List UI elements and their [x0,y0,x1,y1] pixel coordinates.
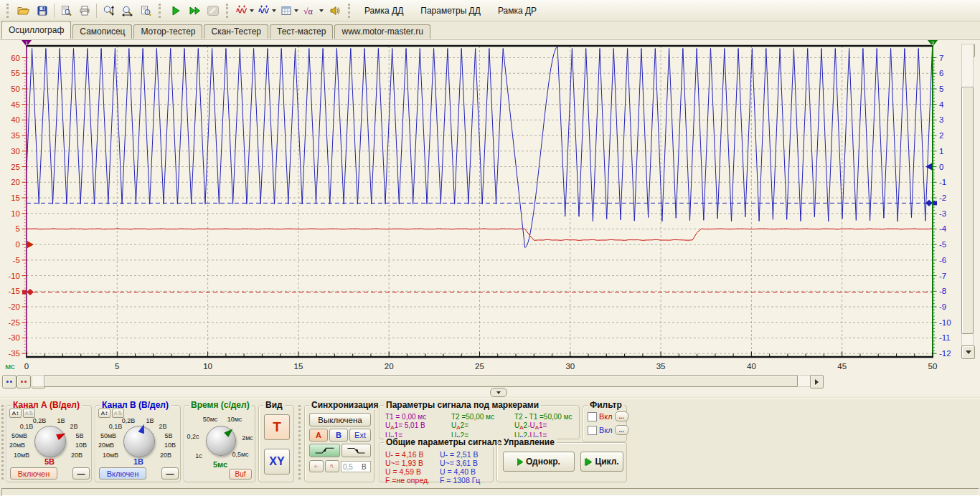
run-cyclic-button[interactable] [185,1,204,19]
ramka-dd-button[interactable]: Рамка ДД [356,1,412,19]
scope-plot[interactable]: -35-30-25-20-15-10-505101520253035404550… [0,40,960,373]
zoom-vertical-button[interactable] [99,1,118,19]
right-axis-label: 1 [939,147,943,156]
view-xy-button[interactable]: XY [264,449,290,474]
zoom-page-button[interactable] [136,1,155,19]
save-button[interactable] [33,1,52,19]
channel-a-minus-button[interactable]: — [72,467,90,480]
sound-button[interactable] [326,1,344,19]
sync-source-ext-button[interactable]: Ext [349,429,371,442]
ramka-dr-button[interactable]: Рамка ДР [489,1,545,19]
knob-scale-label: 1В [146,417,154,424]
knob-scale-label: 10мВ [103,452,118,459]
tab-bar: ОсциллографСамописецМотор-тестерСкан-Тес… [0,22,980,39]
right-axis-label: 3 [939,115,943,124]
vscroll-down-button[interactable] [961,345,975,359]
channel-a-gain-knob[interactable]: 0,2В1В0,1В2В50мВ5В20мВ10В10мВ20В5В [8,417,91,464]
math-options-button[interactable]: √α [301,1,326,19]
filter-a-label: Вкл [599,412,613,421]
zoom-horizontal-button[interactable] [118,1,136,19]
measurement-value: F =не опред. [385,476,430,485]
filter-a-more-button[interactable]: ... [615,411,628,421]
buffer-button[interactable]: Buf [229,469,252,480]
tab-test-master[interactable]: Тест-мастер [270,24,333,39]
sync-source-b-button[interactable]: В [329,429,348,442]
toolbar-grip[interactable] [348,4,352,18]
chevron-down-icon[interactable] [294,9,298,12]
right-axis-label: 5 [939,85,943,93]
channel-b-minus-button[interactable]: — [161,467,179,480]
wave-sync-icon [314,462,319,471]
sync-source-a-button[interactable]: А [309,429,328,442]
tab-website[interactable]: www.motor-master.ru [334,24,430,39]
vertical-scrollbar-thumb[interactable] [961,87,974,334]
channel-a-options-button[interactable] [234,1,256,19]
channel-b-power-button[interactable]: Включен [99,467,146,480]
filter-b-label: Вкл [599,426,613,434]
left-axis-label: -15 [8,287,20,295]
sync-mode-pulse-button[interactable] [325,460,339,472]
knob-scale-label: 20мВ [9,442,25,449]
zoom-doc-icon [140,5,151,16]
filter-b-more-button[interactable]: ... [615,425,628,435]
chevron-down-icon[interactable] [272,9,276,12]
play2-icon [189,5,201,16]
edit-disabled-button[interactable] [204,1,222,19]
x-axis-unit: мс [5,362,15,371]
marker-a-button[interactable] [17,375,31,388]
knob-scale-label: 20В [71,452,83,459]
arrow-down-icon [966,350,971,354]
toolbar-grip[interactable] [6,4,11,18]
knob-scale-label: 20мВ [98,442,114,449]
collapse-panel-button[interactable] [490,388,507,397]
x-axis-label: 25 [475,362,484,371]
view-t-button[interactable]: Т [264,414,290,440]
wave-blue-icon [258,5,270,16]
channel-b-options-button[interactable] [256,1,278,19]
sync-level-input[interactable] [341,463,362,471]
toolbar-grip[interactable] [159,4,163,18]
sync-edge-falling-button[interactable] [341,444,371,457]
open-button[interactable] [14,1,33,19]
hscroll-right-button[interactable] [810,375,824,388]
horizontal-scrollbar-thumb[interactable] [44,375,798,387]
sync-edge-rising-button[interactable] [309,444,340,457]
sync-mode-wave-button[interactable] [309,460,324,472]
right-axis-label: -5 [939,240,946,249]
panel-grip[interactable] [298,405,303,480]
run-single-button[interactable]: Однокр. [503,452,575,472]
tab-scan-tester[interactable]: Скан-Тестер [204,24,268,39]
chevron-down-icon[interactable] [319,9,324,12]
parametry-dd-button[interactable]: Параметры ДД [412,1,489,19]
filter-panel: Фильтр Вкл ... Вкл ... [583,405,627,442]
tab-motor-tester[interactable]: Мотор-тестер [133,24,202,39]
chevron-down-icon[interactable] [250,9,254,12]
print-preview-button[interactable] [57,1,75,19]
left-axis-label: 55 [11,69,20,77]
open-icon [17,5,30,16]
run-single-button[interactable] [166,1,185,19]
table-options-button[interactable] [278,1,301,19]
channel-a-title: Канал А (В/дел) [11,400,82,410]
marker-measurements-title: Параметры сигнала под маркерами [384,400,541,410]
marker-b-button[interactable] [2,375,17,388]
filter-a-checkbox[interactable] [588,412,597,421]
print-button[interactable] [75,1,94,19]
run-cyclic-label: Цикл. [595,457,618,467]
toolbar-separator [54,4,55,18]
tab-oscillograph[interactable]: Осциллограф [1,21,71,39]
knob-dial[interactable] [123,426,155,457]
channel-b-gain-knob[interactable]: 0,2В1В0,1В2В50мВ5В20мВ10В10мВ20В1В [97,417,180,464]
time-knob[interactable]: 50мс10мс0,2с2мс1с0,5мс5мс [184,414,256,469]
filter-b-checkbox[interactable] [588,426,597,435]
play-icon [170,5,182,16]
knob-dial[interactable] [34,426,66,457]
channel-a-power-button[interactable]: Включен [10,467,57,480]
tab-samopisec[interactable]: Самописец [72,24,132,39]
left-axis-label: 0 [16,240,20,249]
measurement-value: Т1 = 0,00 мс [385,413,451,421]
sync-off-button[interactable]: Выключена [309,413,371,426]
toolbar-grip[interactable] [226,4,230,18]
right-axis-label: -11 [939,333,951,342]
run-cyclic-button[interactable]: Цикл. [580,452,623,472]
